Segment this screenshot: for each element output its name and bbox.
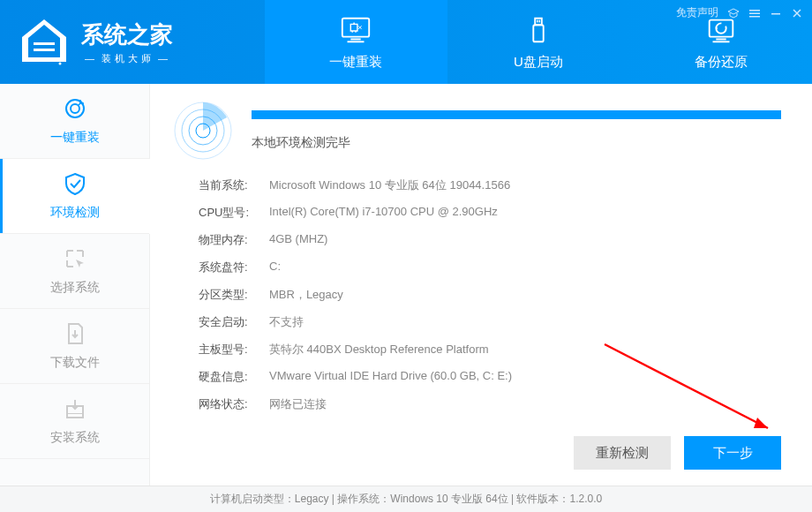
logo-area: 系统之家 装机大师 — [0, 18, 265, 66]
usb-icon — [522, 13, 555, 47]
progress-bar — [252, 110, 781, 119]
info-value: Microsoft Windows 10 专业版 64位 19044.1566 — [269, 177, 510, 193]
cursor-box-icon — [63, 246, 87, 271]
info-label: 当前系统: — [199, 177, 269, 193]
tab-label: U盘启动 — [514, 54, 563, 71]
app-header: 系统之家 装机大师 一键重装 U盘启动 备份还原 免责声明 — [0, 0, 812, 84]
svg-rect-22 — [67, 413, 83, 414]
info-value: VMware Virtual IDE Hard Drive (60.0 GB, … — [269, 369, 512, 385]
next-button[interactable]: 下一步 — [684, 436, 781, 470]
svg-rect-9 — [537, 20, 538, 23]
svg-rect-17 — [749, 16, 760, 18]
svg-rect-7 — [533, 25, 543, 41]
close-icon[interactable] — [791, 7, 803, 19]
info-label: 主板型号: — [199, 342, 269, 358]
info-row-drive: 系统盘符:C: — [199, 260, 781, 275]
info-row-os: 当前系统:Microsoft Windows 10 专业版 64位 19044.… — [199, 177, 781, 193]
info-row-network: 网络状态:网络已连接 — [199, 396, 781, 412]
info-value: 不支持 — [269, 314, 304, 330]
info-label: CPU型号: — [199, 205, 269, 221]
svg-rect-12 — [716, 39, 726, 41]
svg-rect-18 — [771, 13, 780, 15]
main-content: 本地环境检测完毕 当前系统:Microsoft Windows 10 专业版 6… — [150, 84, 812, 486]
info-value: Intel(R) Core(TM) i7-10700 CPU @ 2.90GHz — [269, 205, 498, 221]
disclaimer-link[interactable]: 免责声明 — [676, 5, 718, 20]
info-label: 安全启动: — [199, 314, 269, 330]
sidebar-item-reinstall[interactable]: 一键重装 — [0, 84, 149, 159]
sidebar-item-label: 一键重装 — [50, 130, 100, 146]
shield-check-icon — [63, 171, 87, 196]
info-row-partition: 分区类型:MBR，Legacy — [199, 287, 781, 303]
svg-rect-13 — [712, 41, 729, 42]
sidebar-item-label: 环境检测 — [50, 205, 100, 221]
info-row-motherboard: 主板型号:英特尔 440BX Desktop Reference Platfor… — [199, 342, 781, 358]
scan-status: 本地环境检测完毕 — [252, 135, 781, 151]
info-label: 物理内存: — [199, 232, 269, 248]
window-controls: 免责声明 — [676, 5, 803, 20]
svg-point-20 — [71, 104, 79, 113]
scan-header: 本地环境检测完毕 — [172, 100, 781, 162]
install-box-icon — [63, 396, 87, 421]
monitor-icon — [339, 13, 372, 47]
tab-reinstall[interactable]: 一键重装 — [265, 0, 447, 84]
sidebar-item-download[interactable]: 下载文件 — [0, 309, 149, 384]
radar-icon — [172, 100, 234, 162]
download-file-icon — [63, 321, 87, 346]
sidebar-item-label: 安装系统 — [50, 430, 100, 446]
sidebar-item-env-check[interactable]: 环境检测 — [0, 159, 149, 234]
svg-rect-0 — [34, 42, 55, 45]
footer-text: 计算机启动类型：Legacy | 操作系统：Windows 10 专业版 64位… — [210, 492, 602, 507]
info-row-cpu: CPU型号:Intel(R) Core(TM) i7-10700 CPU @ 2… — [199, 205, 781, 221]
target-icon — [63, 96, 87, 121]
minimize-icon[interactable] — [770, 7, 782, 19]
info-value: C: — [269, 260, 281, 275]
system-info-list: 当前系统:Microsoft Windows 10 专业版 64位 19044.… — [172, 177, 781, 412]
tab-usb-boot[interactable]: U盘启动 — [447, 0, 630, 84]
logo-subtitle: 装机大师 — [81, 52, 175, 65]
info-label: 系统盘符: — [199, 260, 269, 275]
info-label: 分区类型: — [199, 287, 269, 303]
menu-icon[interactable] — [748, 7, 761, 19]
info-row-secureboot: 安全启动:不支持 — [199, 314, 781, 330]
info-label: 网络状态: — [199, 396, 269, 412]
svg-rect-8 — [535, 19, 542, 26]
app-body: 一键重装 环境检测 选择系统 下载文件 安装系统 — [0, 84, 812, 486]
info-value: 英特尔 440BX Desktop Reference Platform — [269, 342, 489, 358]
svg-rect-5 — [351, 39, 361, 41]
svg-rect-1 — [34, 49, 55, 51]
sidebar-item-label: 选择系统 — [50, 280, 100, 296]
svg-point-2 — [62, 58, 65, 62]
logo-title: 系统之家 — [81, 19, 175, 50]
tab-label: 备份还原 — [695, 54, 748, 71]
info-label: 硬盘信息: — [199, 369, 269, 385]
svg-rect-10 — [538, 20, 539, 23]
sidebar-item-select-system[interactable]: 选择系统 — [0, 234, 149, 309]
svg-rect-15 — [749, 10, 760, 11]
info-row-ram: 物理内存:4GB (MHZ) — [199, 232, 781, 248]
info-value: 4GB (MHZ) — [269, 232, 327, 248]
sidebar: 一键重装 环境检测 选择系统 下载文件 安装系统 — [0, 84, 150, 486]
action-buttons: 重新检测 下一步 — [574, 436, 781, 470]
info-value: 网络已连接 — [269, 396, 327, 412]
svg-point-3 — [59, 63, 62, 65]
tab-label: 一键重装 — [329, 54, 382, 71]
info-row-disk: 硬盘信息:VMware Virtual IDE Hard Drive (60.0… — [199, 369, 781, 385]
sidebar-item-label: 下载文件 — [50, 355, 100, 371]
house-logo-icon — [18, 18, 71, 66]
retest-button[interactable]: 重新检测 — [574, 436, 671, 470]
sidebar-item-install[interactable]: 安装系统 — [0, 384, 149, 459]
info-value: MBR，Legacy — [269, 287, 343, 303]
status-bar: 计算机启动类型：Legacy | 操作系统：Windows 10 专业版 64位… — [0, 486, 812, 512]
svg-rect-6 — [348, 41, 365, 42]
progress-fill — [252, 110, 781, 119]
svg-rect-4 — [342, 19, 369, 37]
graduation-icon[interactable] — [727, 7, 740, 19]
svg-rect-16 — [749, 12, 760, 14]
